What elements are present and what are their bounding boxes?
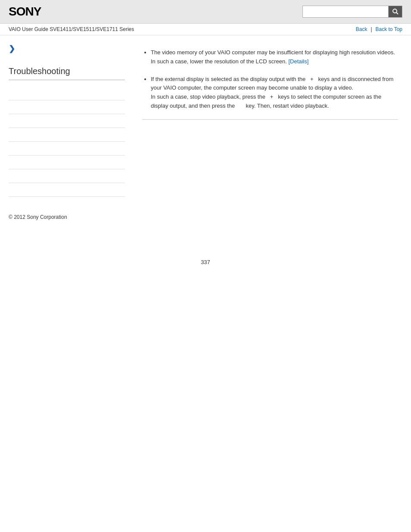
sidebar-nav-item-3[interactable] <box>9 114 125 128</box>
page-header: SONY <box>0 0 411 24</box>
bullet1-text: The video memory of your VAIO computer m… <box>151 49 395 65</box>
page-number-container: 337 <box>0 250 411 274</box>
sidebar-nav-item-1[interactable] <box>9 87 125 100</box>
main-content: ❯ Troubleshooting The video memory of yo… <box>0 35 411 205</box>
page-number: 337 <box>201 259 210 265</box>
sidebar: ❯ Troubleshooting <box>0 35 134 205</box>
key-blank <box>237 103 244 109</box>
bullet2-part1: If the external display is selected as t… <box>151 76 305 82</box>
nav-separator: | <box>371 26 372 32</box>
content-area: The video memory of your VAIO computer m… <box>134 35 411 205</box>
nav-bar: VAIO User Guide SVE1411/SVE1511/SVE1711 … <box>0 24 411 35</box>
content-divider <box>142 119 398 120</box>
guide-title: VAIO User Guide SVE1411/SVE1511/SVE1711 … <box>9 26 134 32</box>
details-link[interactable]: [Details] <box>288 58 308 65</box>
content-section: The video memory of your VAIO computer m… <box>142 48 398 111</box>
page-footer: © 2012 Sony Corporation <box>0 205 411 224</box>
content-item-1: The video memory of your VAIO computer m… <box>151 48 398 66</box>
search-icon <box>392 8 399 15</box>
bullet2-part5: key. Then, restart video playback. <box>246 103 329 109</box>
content-list: The video memory of your VAIO computer m… <box>142 48 398 111</box>
sidebar-nav-item-6[interactable] <box>9 156 125 169</box>
sidebar-nav-item-4[interactable] <box>9 128 125 142</box>
breadcrumb-arrow[interactable]: ❯ <box>9 44 125 53</box>
key-plus-2: + <box>267 93 277 100</box>
sidebar-nav-item-7[interactable] <box>9 169 125 183</box>
search-container <box>302 6 402 18</box>
key-plus-1: + <box>307 76 317 82</box>
sony-logo: SONY <box>9 5 41 19</box>
search-input[interactable] <box>302 6 389 18</box>
nav-links: Back | Back to Top <box>356 26 402 32</box>
svg-line-1 <box>396 12 398 14</box>
sidebar-nav-item-8[interactable] <box>9 183 125 197</box>
copyright-text: © 2012 Sony Corporation <box>9 214 67 220</box>
sidebar-section-title: Troubleshooting <box>9 66 125 80</box>
bullet2-part3: In such a case, stop video playback, pre… <box>151 93 265 100</box>
search-button[interactable] <box>389 6 402 18</box>
sidebar-nav-item-5[interactable] <box>9 142 125 156</box>
back-to-top-link[interactable]: Back to Top <box>376 26 402 32</box>
back-link[interactable]: Back <box>356 26 367 32</box>
svg-point-0 <box>393 9 397 13</box>
content-item-2: If the external display is selected as t… <box>151 75 398 111</box>
sidebar-nav-list <box>9 87 125 197</box>
sidebar-nav-item-2[interactable] <box>9 100 125 114</box>
